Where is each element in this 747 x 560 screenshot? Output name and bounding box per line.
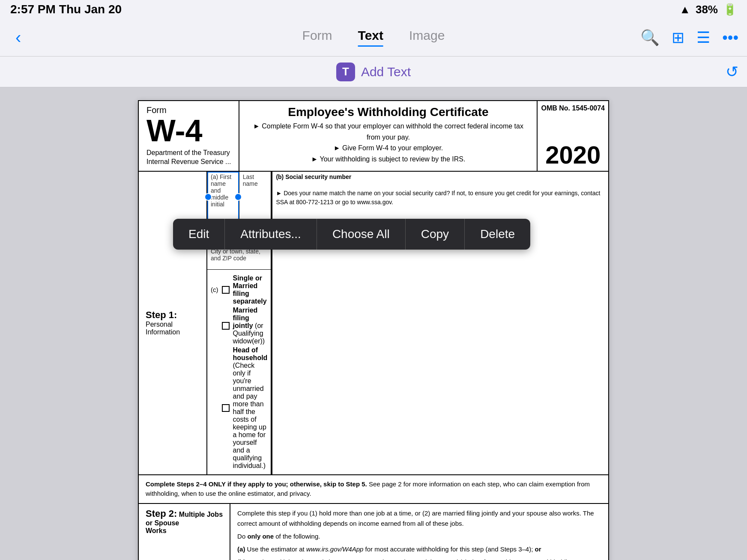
step2-para2: Do only one of the following. [237,531,601,542]
ssn-box: (b) Social security number ► Does your n… [272,172,608,474]
notice-row: Complete Steps 2–4 ONLY if they apply to… [138,475,609,504]
step2-para4: (b) Use the Multiple Jobs Worksheet on p… [237,557,601,560]
instruction-3: ► Your withholding is subject to review … [248,154,528,165]
step1-fields: (a) First name and middle initial Last n… [207,172,272,474]
grid-icon[interactable]: ⊞ [672,29,684,47]
filing-head-label: Head of household (Check only if you're … [233,346,268,470]
filing-option-single: (c) Single or Married filing separately [211,274,267,305]
city-label: City or town, state, and ZIP code [211,248,267,262]
w4-logo: Form W-4 Department of the TreasuryInter… [139,101,239,171]
step2-para1: Complete this step if you (1) hold more … [237,508,601,529]
search-icon[interactable]: 🔍 [640,29,660,47]
battery-display: 38% [696,3,718,16]
date-display: Thu Jan 20 [59,3,122,16]
w4-instructions: ► Complete Form W-4 so that your employe… [248,121,528,164]
last-name-label: Last name [243,173,268,187]
step1-label: Step 1: PersonalInformation [139,172,207,474]
tab-image[interactable]: Image [409,28,445,47]
menu-copy[interactable]: Copy [406,219,465,250]
ssn-rights-text: ► Does your name match the name on your … [276,189,605,207]
step1-section: Step 1: PersonalInformation (a) First na… [138,172,609,475]
status-bar: 2:57 PM Thu Jan 20 ▲ 38% 🔋 [0,0,747,19]
w4-header: Form W-4 Department of the TreasuryInter… [138,100,609,172]
tab-comment[interactable]: Form [302,28,332,47]
filing-label-c: (c) [211,286,218,293]
last-name-value [243,187,268,200]
add-text-icon: T [336,63,355,81]
time-display: 2:57 PM [10,3,56,16]
toolbar-tabs: Form Text Image [302,28,445,47]
form-name: W-4 [146,115,231,146]
instruction-2: ► Give Form W-4 to your employer. [248,143,528,154]
w4-title-area: Employee's Withholding Certificate ► Com… [239,101,538,171]
add-text-label[interactable]: Add Text [361,65,411,79]
name-row: (a) First name and middle initial Last n… [207,172,271,223]
filing-option-head: (c) Head of household (Check only if you… [211,346,267,470]
menu-attributes[interactable]: Attributes... [225,219,317,250]
more-icon[interactable]: ••• [722,29,738,47]
back-button[interactable]: ‹ [9,24,28,51]
menu-choose-all[interactable]: Choose All [317,219,406,250]
battery-icon: 🔋 [723,3,737,16]
w4-year-box: OMB No. 1545-0074 2020 [538,101,608,171]
list-icon[interactable]: ☰ [696,29,710,47]
filing-single-label: Single or Married filing separately [233,274,268,305]
step2-label: Step 2: Multiple Jobsor SpouseWorks [139,504,230,560]
step2-section: Step 2: Multiple Jobsor SpouseWorks Comp… [138,504,609,560]
tab-text[interactable]: Text [358,28,383,47]
checkbox-head[interactable] [222,404,230,412]
wifi-icon: ▲ [679,3,690,16]
checkbox-married[interactable] [222,322,230,330]
checkbox-single[interactable] [222,286,230,294]
toolbar-right: 🔍 ⊞ ☰ ••• [640,29,738,47]
undo-button[interactable]: ↺ [726,63,738,81]
menu-delete[interactable]: Delete [465,219,530,250]
filing-married-label: Married filing jointly (or Qualifying wi… [233,307,268,345]
step2-num: Step 2: [146,508,177,519]
document-page: Form W-4 Department of the TreasuryInter… [138,100,609,560]
dept-label: Department of the TreasuryInternal Reven… [146,149,231,167]
year-display: 2020 [545,143,601,167]
add-text-bar: T Add Text ↺ [0,57,747,87]
filing-option-married: (c) Married filing jointly (or Qualifyin… [211,307,267,345]
first-name-label: (a) First name and middle initial [211,173,236,208]
step2-para3: (a) Use the estimator at www.irs.gov/W4A… [237,544,601,554]
step1-title: PersonalInformation [146,321,200,336]
filing-status: (c) Single or Married filing separately … [207,270,271,474]
first-name-cell: (a) First name and middle initial [207,172,239,222]
instruction-1: ► Complete Form W-4 so that your employe… [248,121,528,143]
context-menu: Edit Attributes... Choose All Copy Delet… [173,219,530,250]
menu-edit[interactable]: Edit [173,219,225,250]
form-title: Employee's Withholding Certificate [248,105,528,119]
notice-text: Complete Steps 2–4 ONLY if they apply to… [146,480,590,497]
ssn-label: (b) Social security number [276,173,605,180]
last-name-cell: Last name [239,172,271,222]
step2-content: Complete this step if you (1) hold more … [230,504,608,560]
step1-num: Step 1: [146,310,200,321]
omb-number: OMB No. 1545-0074 [541,104,605,112]
toolbar: ‹ Form Text Image 🔍 ⊞ ☰ ••• [0,19,747,57]
city-row: City or town, state, and ZIP code [207,246,271,270]
document-area: Form W-4 Department of the TreasuryInter… [0,87,747,560]
